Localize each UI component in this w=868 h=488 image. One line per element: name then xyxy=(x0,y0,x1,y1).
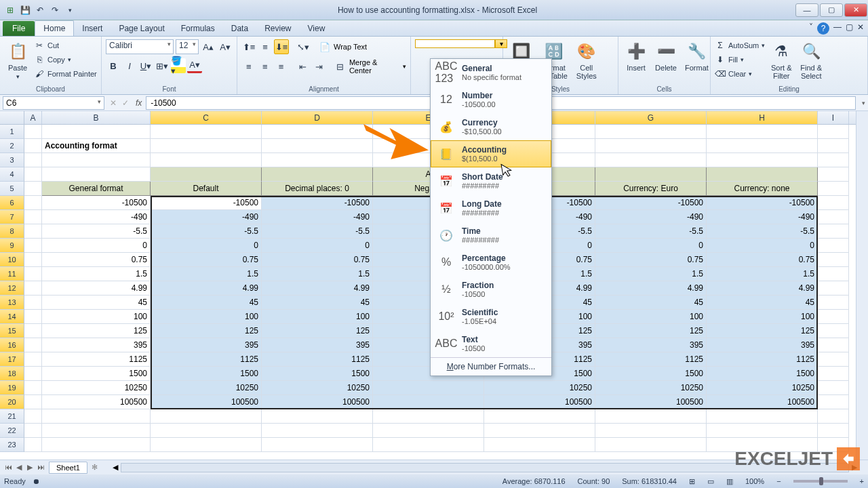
fill-button[interactable]: ⬇Fill▾ xyxy=(715,54,765,66)
number-format-select[interactable] xyxy=(415,39,495,48)
column-header-G[interactable]: G xyxy=(595,111,707,124)
cell[interactable]: 100500 xyxy=(595,395,707,409)
cell[interactable] xyxy=(373,438,484,452)
cell[interactable]: 125 xyxy=(707,324,818,338)
find-select-button[interactable]: 🔍Find & Select xyxy=(797,39,825,81)
cell[interactable] xyxy=(818,167,849,182)
cell[interactable]: 395 xyxy=(707,338,818,352)
cell[interactable]: 125 xyxy=(595,324,707,338)
cell[interactable]: 1.5 xyxy=(707,267,818,281)
cell[interactable]: 4.99 xyxy=(42,281,151,296)
format-cells-button[interactable]: 🔧Format xyxy=(682,39,711,73)
numfmt-item-percentage[interactable]: %Percentage-1050000.00% xyxy=(431,249,551,276)
minimize-ribbon-icon[interactable]: ˅ xyxy=(809,22,813,35)
cell[interactable] xyxy=(818,253,849,267)
cell[interactable] xyxy=(595,139,707,153)
number-format-dropdown-button[interactable]: ▾ xyxy=(495,39,507,48)
cell[interactable] xyxy=(818,409,849,424)
cell[interactable]: -5.5 xyxy=(42,224,151,239)
cell[interactable] xyxy=(151,438,262,452)
cell[interactable]: 1500 xyxy=(151,367,262,381)
cell[interactable] xyxy=(24,125,42,139)
row-header[interactable]: 12 xyxy=(0,281,24,296)
cell[interactable] xyxy=(151,167,262,182)
cell[interactable]: 395 xyxy=(151,338,262,352)
cell[interactable] xyxy=(707,153,818,167)
cell[interactable]: 0 xyxy=(151,239,262,253)
cell[interactable]: Accounting format xyxy=(42,139,151,153)
align-left-icon[interactable]: ≡ xyxy=(241,59,256,74)
cell[interactable] xyxy=(262,167,373,182)
cell[interactable]: 395 xyxy=(595,338,707,352)
cell[interactable]: 100 xyxy=(42,310,151,324)
cell[interactable] xyxy=(373,409,484,424)
row-header[interactable]: 21 xyxy=(0,409,24,424)
border-button[interactable]: ⊞▾ xyxy=(155,58,170,73)
more-number-formats[interactable]: More Number Formats... xyxy=(431,357,551,375)
zoom-slider[interactable] xyxy=(793,480,848,483)
cell[interactable]: 1.5 xyxy=(42,267,151,281)
row-header[interactable]: 16 xyxy=(0,338,24,352)
row-header[interactable]: 10 xyxy=(0,253,24,267)
cell[interactable] xyxy=(24,296,42,310)
column-header-I[interactable]: I xyxy=(818,111,849,124)
cell[interactable] xyxy=(373,381,484,395)
cell[interactable] xyxy=(24,139,42,153)
numfmt-item-short-date[interactable]: 📅Short Date######### xyxy=(431,167,551,195)
file-tab[interactable]: File xyxy=(3,21,35,36)
cell[interactable] xyxy=(707,167,818,182)
cell[interactable] xyxy=(818,367,849,381)
cell[interactable] xyxy=(484,438,595,452)
cell[interactable]: 45 xyxy=(707,296,818,310)
decrease-font-icon[interactable]: A▾ xyxy=(218,39,233,54)
cell[interactable] xyxy=(24,338,42,352)
tab-review[interactable]: Review xyxy=(256,21,299,36)
cell[interactable] xyxy=(818,310,849,324)
cell-styles-button[interactable]: 🎨Cell Styles xyxy=(573,39,600,81)
row-header[interactable]: 22 xyxy=(0,424,24,438)
row-header[interactable]: 3 xyxy=(0,153,24,167)
cell[interactable] xyxy=(42,424,151,438)
row-header[interactable]: 5 xyxy=(0,182,24,196)
cell[interactable]: 45 xyxy=(595,296,707,310)
cell[interactable] xyxy=(24,253,42,267)
cell[interactable]: -490 xyxy=(595,210,707,224)
cell[interactable] xyxy=(595,125,707,139)
view-layout-icon[interactable]: ▭ xyxy=(707,477,714,486)
align-bottom-icon[interactable]: ⬇≡ xyxy=(274,39,289,54)
row-header[interactable]: 7 xyxy=(0,210,24,224)
cell[interactable]: 45 xyxy=(151,296,262,310)
tab-formulas[interactable]: Formulas xyxy=(173,21,223,36)
cell[interactable]: 1500 xyxy=(707,367,818,381)
cell[interactable]: 100500 xyxy=(707,395,818,409)
increase-indent-icon[interactable]: ⇥ xyxy=(311,59,326,74)
cell[interactable]: 1125 xyxy=(595,352,707,367)
cell[interactable] xyxy=(42,438,151,452)
cell[interactable] xyxy=(595,409,707,424)
cell[interactable] xyxy=(42,409,151,424)
tab-view[interactable]: View xyxy=(300,21,334,36)
font-size-select[interactable]: 12 xyxy=(176,39,199,54)
cell[interactable] xyxy=(818,125,849,139)
orientation-icon[interactable]: ⤡▾ xyxy=(296,39,311,54)
help-icon[interactable]: ? xyxy=(817,22,829,35)
paste-button[interactable]: 📋 Paste ▾ xyxy=(4,39,31,81)
row-header[interactable]: 9 xyxy=(0,239,24,253)
cell[interactable] xyxy=(595,167,707,182)
row-header[interactable]: 19 xyxy=(0,381,24,395)
cell[interactable]: 45 xyxy=(42,296,151,310)
font-name-select[interactable]: Calibri xyxy=(106,39,174,54)
align-right-icon[interactable]: ≡ xyxy=(274,59,289,74)
cell[interactable]: 0 xyxy=(595,239,707,253)
cell[interactable]: 4.99 xyxy=(262,281,373,296)
numfmt-item-general[interactable]: ABC 123GeneralNo specific format xyxy=(431,59,551,86)
numfmt-item-scientific[interactable]: 10²Scientific-1.05E+04 xyxy=(431,303,551,330)
cell[interactable]: 1500 xyxy=(595,367,707,381)
qat-dropdown-icon[interactable]: ▾ xyxy=(64,4,76,16)
row-header[interactable]: 17 xyxy=(0,352,24,367)
cell[interactable]: -490 xyxy=(42,210,151,224)
expand-formula-icon[interactable]: ▾ xyxy=(862,100,865,106)
cell[interactable] xyxy=(818,381,849,395)
cell[interactable] xyxy=(818,296,849,310)
cell[interactable] xyxy=(818,210,849,224)
